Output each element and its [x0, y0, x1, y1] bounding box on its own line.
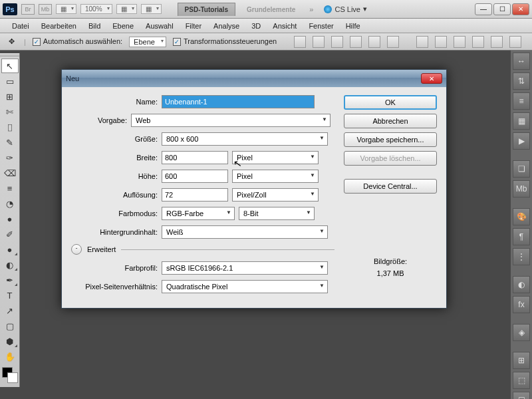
panel-icon-3[interactable]: ≡ — [513, 92, 530, 110]
menu-image[interactable]: Bild — [83, 20, 106, 32]
pixelaspect-dropdown[interactable]: Quadratische Pixel — [162, 280, 328, 293]
panel-icon-1[interactable]: ↔ — [513, 53, 530, 70]
menu-analysis[interactable]: Analyse — [208, 20, 245, 32]
menu-view[interactable]: Ansicht — [267, 20, 302, 32]
tool-move[interactable]: ↖ — [1, 59, 19, 73]
panel-icon-12[interactable]: fx — [513, 296, 530, 313]
colordepth-dropdown[interactable]: 8-Bit — [239, 207, 315, 220]
align-btn-4[interactable] — [350, 36, 362, 48]
tool-eraser[interactable]: ● — [1, 211, 19, 226]
dialog-close-button[interactable]: ✕ — [421, 73, 442, 84]
cs-live[interactable]: CS Live ▾ — [320, 5, 371, 13]
extras-dropdown[interactable]: ▦ — [141, 4, 162, 14]
tool-stamp[interactable]: ≡ — [1, 181, 19, 196]
panel-icon-16[interactable]: ☐ — [513, 392, 530, 399]
auto-select-dropdown[interactable]: Ebene — [129, 37, 166, 47]
panel-icon-11[interactable]: ◐ — [513, 276, 530, 293]
tool-crop[interactable]: ⌷ — [1, 120, 19, 134]
tool-marquee[interactable]: ▭ — [1, 74, 19, 88]
align-btn-3[interactable] — [331, 36, 343, 48]
tool-wand[interactable]: ✄ — [1, 104, 19, 119]
bridge-icon[interactable]: Br — [21, 4, 35, 15]
tool-eyedropper[interactable]: ✎ — [1, 135, 19, 150]
color-swatches[interactable] — [2, 367, 18, 383]
menu-file[interactable]: Datei — [7, 20, 35, 32]
tool-history[interactable]: ◔ — [1, 196, 19, 211]
colormode-dropdown[interactable]: RGB-Farbe — [162, 207, 235, 220]
ok-button[interactable]: OK — [344, 95, 437, 110]
menu-help[interactable]: Hilfe — [340, 20, 366, 32]
panel-icon-10[interactable]: ⋮ — [513, 248, 530, 265]
delete-preset-button[interactable]: Vorgabe löschen... — [344, 151, 437, 166]
tool-pen[interactable]: ✒ — [1, 273, 19, 287]
screen-mode-dropdown[interactable]: ▦ — [56, 4, 76, 14]
align-btn-1[interactable] — [294, 36, 306, 48]
tool-path[interactable]: ↗ — [1, 303, 19, 318]
minibridge-icon[interactable]: Mb — [39, 4, 52, 15]
panel-icon-15[interactable]: ⬚ — [513, 372, 530, 389]
close-window-button[interactable]: ✕ — [512, 3, 529, 15]
maximize-button[interactable]: ☐ — [493, 3, 511, 15]
toolbox-grip[interactable] — [0, 55, 19, 57]
tool-dodge[interactable]: ◐ — [1, 257, 19, 272]
dist-btn-3[interactable] — [454, 36, 466, 48]
panel-icon-8[interactable]: 🎨 — [513, 208, 530, 225]
dialog-titlebar[interactable]: Neu ✕ — [62, 70, 446, 87]
cancel-button[interactable]: Abbrechen — [344, 114, 437, 128]
panel-icon-9[interactable]: ¶ — [513, 228, 530, 245]
menu-select[interactable]: Auswahl — [140, 20, 179, 32]
tool-lasso[interactable]: ⊞ — [1, 89, 19, 104]
tool-hand[interactable]: ✋ — [1, 349, 19, 364]
dist-btn-2[interactable] — [435, 36, 447, 48]
tool-type[interactable]: T — [1, 288, 19, 303]
colorprofile-dropdown[interactable]: sRGB IEC61966-2.1 — [162, 261, 328, 275]
device-central-button[interactable]: Device Central... — [344, 179, 437, 194]
background-dropdown[interactable]: Weiß — [162, 225, 328, 239]
panel-icon-2[interactable]: ⇅ — [513, 72, 530, 90]
panel-icon-4[interactable]: ▦ — [513, 112, 530, 130]
tool-shape[interactable]: ▢ — [1, 319, 19, 333]
dist-btn-1[interactable] — [416, 36, 428, 48]
workspace-more-icon[interactable]: » — [307, 5, 316, 13]
panel-icon-7[interactable]: Mb — [513, 180, 530, 198]
dist-btn-6[interactable] — [509, 36, 521, 48]
resolution-unit-dropdown[interactable]: Pixel/Zoll — [232, 188, 319, 201]
tool-blur[interactable]: ● — [1, 242, 19, 257]
menu-window[interactable]: Fenster — [303, 20, 338, 32]
auto-select-checkbox[interactable]: ✓Automatisch auswählen: — [33, 37, 122, 46]
align-btn-2[interactable] — [313, 36, 325, 48]
height-input[interactable] — [162, 170, 228, 183]
tool-brush[interactable]: ⌫ — [1, 166, 19, 180]
menu-edit[interactable]: Bearbeiten — [36, 20, 82, 32]
align-btn-5[interactable] — [368, 36, 380, 48]
menu-filter[interactable]: Filter — [180, 20, 207, 32]
name-input[interactable] — [162, 95, 315, 108]
transform-controls-checkbox[interactable]: ✓Transformationssteuerungen — [173, 37, 277, 46]
advanced-label[interactable]: Erweitert — [87, 245, 116, 253]
zoom-dropdown[interactable]: 100% — [80, 4, 112, 14]
resolution-input[interactable] — [162, 188, 228, 201]
tool-heal[interactable]: ✑ — [1, 150, 19, 165]
workspace-tab-active[interactable]: PSD-Tutorials — [178, 3, 235, 16]
tool-3d[interactable]: ⬢ — [1, 334, 19, 348]
align-btn-6[interactable] — [387, 36, 399, 48]
height-unit-dropdown[interactable]: Pixel — [232, 170, 319, 183]
panel-icon-6[interactable]: ❏ — [513, 160, 530, 178]
minimize-button[interactable]: — — [475, 3, 492, 15]
menu-layer[interactable]: Ebene — [107, 20, 139, 32]
size-dropdown[interactable]: 532 x 399 — [162, 132, 328, 146]
dist-btn-5[interactable] — [491, 36, 503, 48]
save-preset-button[interactable]: Vorgabe speichern... — [344, 132, 437, 147]
panel-icon-13[interactable]: ◈ — [513, 324, 530, 341]
menu-3d[interactable]: 3D — [246, 20, 266, 32]
workspace-tab-inactive[interactable]: Grundelemente — [239, 3, 303, 16]
tool-gradient[interactable]: ✐ — [1, 227, 19, 241]
preset-dropdown[interactable]: Web — [131, 114, 331, 127]
advanced-toggle-icon[interactable]: ˇ — [71, 244, 82, 255]
panel-icon-5[interactable]: ▶ — [513, 132, 530, 150]
arrange-dropdown[interactable]: ▦ — [116, 4, 137, 14]
dist-btn-4[interactable] — [472, 36, 484, 48]
width-input[interactable] — [162, 151, 228, 164]
panel-icon-14[interactable]: ⊞ — [513, 352, 530, 369]
width-unit-dropdown[interactable]: Pixel — [232, 151, 319, 164]
